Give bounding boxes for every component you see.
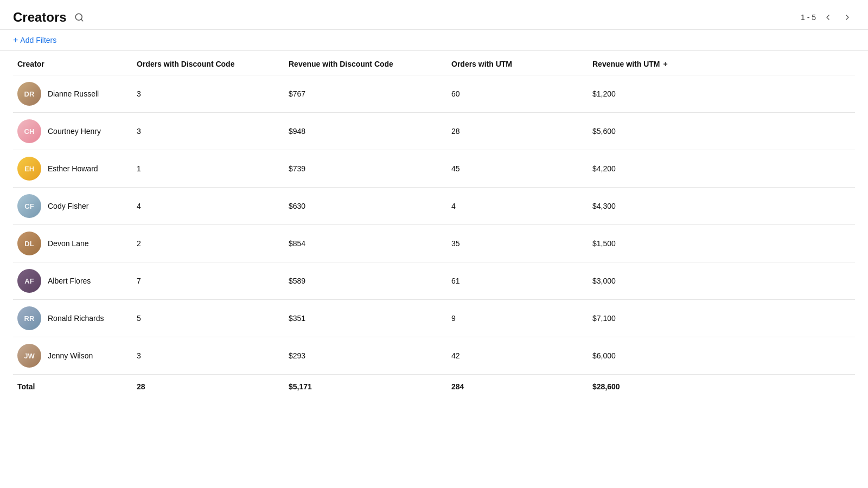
col-header-revenue-utm: Revenue with UTM + — [588, 51, 855, 75]
total-revenue-discount: $5,171 — [284, 375, 447, 399]
avatar: EH — [17, 157, 41, 181]
table-container: Creator Orders with Discount Code Revenu… — [0, 51, 868, 399]
revenue-utm-value: $1,500 — [588, 225, 855, 262]
table-row: CH Courtney Henry 3 $948 28 $5,600 — [13, 113, 855, 150]
table-row: JW Jenny Wilson 3 $293 42 $6,000 — [13, 337, 855, 375]
revenue-discount-value: $767 — [284, 75, 447, 113]
table-row: RR Ronald Richards 5 $351 9 $7,100 — [13, 300, 855, 337]
orders-utm-value: 9 — [447, 300, 588, 337]
creator-cell: DR Dianne Russell — [13, 75, 132, 113]
filters-bar: + Add Filters — [0, 30, 868, 51]
revenue-utm-value: $3,000 — [588, 262, 855, 300]
revenue-discount-value: $293 — [284, 337, 447, 375]
creator-cell: JW Jenny Wilson — [13, 337, 132, 375]
col-header-orders-utm: Orders with UTM — [447, 51, 588, 75]
table-row: AF Albert Flores 7 $589 61 $3,000 — [13, 262, 855, 300]
orders-discount-value: 4 — [132, 188, 284, 225]
revenue-utm-value: $7,100 — [588, 300, 855, 337]
page-header: Creators 1 - 5 — [0, 0, 868, 30]
search-icon — [74, 12, 84, 22]
creators-table: Creator Orders with Discount Code Revenu… — [13, 51, 855, 399]
add-filters-button[interactable]: + Add Filters — [13, 35, 56, 45]
creator-cell: CH Courtney Henry — [13, 113, 132, 150]
page-title: Creators — [13, 10, 67, 25]
creator-name: Albert Flores — [48, 277, 91, 285]
avatar-initials: EH — [24, 165, 34, 173]
table-header: Creator Orders with Discount Code Revenu… — [13, 51, 855, 75]
creator-name: Esther Howard — [48, 164, 98, 173]
avatar-initials: RR — [24, 314, 35, 323]
table-row: DL Devon Lane 2 $854 35 $1,500 — [13, 225, 855, 262]
table-body: DR Dianne Russell 3 $767 60 $1,200 CH Co… — [13, 75, 855, 375]
orders-discount-value: 3 — [132, 75, 284, 113]
revenue-discount-value: $948 — [284, 113, 447, 150]
avatar: AF — [17, 269, 41, 293]
table-footer: Total 28 $5,171 284 $28,600 — [13, 375, 855, 399]
revenue-utm-value: $5,600 — [588, 113, 855, 150]
revenue-utm-value: $4,300 — [588, 188, 855, 225]
avatar: DL — [17, 232, 41, 255]
creator-cell: RR Ronald Richards — [13, 300, 132, 337]
orders-utm-value: 61 — [447, 262, 588, 300]
orders-utm-value: 45 — [447, 150, 588, 188]
avatar-initials: JW — [24, 352, 35, 360]
col-header-revenue-discount: Revenue with Discount Code — [284, 51, 447, 75]
avatar: JW — [17, 344, 41, 368]
table-row: CF Cody Fisher 4 $630 4 $4,300 — [13, 188, 855, 225]
revenue-discount-value: $351 — [284, 300, 447, 337]
orders-discount-value: 7 — [132, 262, 284, 300]
creator-cell: DL Devon Lane — [13, 225, 132, 262]
orders-utm-value: 4 — [447, 188, 588, 225]
pagination-next-button[interactable] — [840, 11, 855, 24]
orders-discount-value: 3 — [132, 337, 284, 375]
total-revenue-utm: $28,600 — [588, 375, 855, 399]
creator-name: Dianne Russell — [48, 89, 99, 98]
creator-name: Ronald Richards — [48, 314, 104, 323]
creator-name: Cody Fisher — [48, 202, 88, 210]
revenue-discount-value: $739 — [284, 150, 447, 188]
avatar-initials: DL — [24, 240, 34, 248]
orders-utm-value: 42 — [447, 337, 588, 375]
pagination-prev-button[interactable] — [820, 11, 835, 24]
col-header-orders-discount: Orders with Discount Code — [132, 51, 284, 75]
table-row: EH Esther Howard 1 $739 45 $4,200 — [13, 150, 855, 188]
avatar-initials: DR — [24, 90, 35, 98]
header-left: Creators — [13, 10, 86, 25]
col-header-creator: Creator — [13, 51, 132, 75]
revenue-discount-value: $630 — [284, 188, 447, 225]
revenue-discount-value: $589 — [284, 262, 447, 300]
orders-discount-value: 1 — [132, 150, 284, 188]
creator-cell: EH Esther Howard — [13, 150, 132, 188]
add-filters-plus-icon: + — [13, 35, 18, 45]
revenue-utm-value: $1,200 — [588, 75, 855, 113]
svg-line-1 — [81, 19, 82, 21]
avatar: DR — [17, 82, 41, 106]
chevron-right-icon — [843, 13, 852, 22]
orders-utm-value: 28 — [447, 113, 588, 150]
table-row: DR Dianne Russell 3 $767 60 $1,200 — [13, 75, 855, 113]
avatar-initials: AF — [24, 277, 34, 285]
orders-discount-value: 3 — [132, 113, 284, 150]
avatar-initials: CF — [24, 202, 34, 210]
revenue-utm-value: $4,200 — [588, 150, 855, 188]
add-column-icon[interactable]: + — [663, 60, 667, 68]
orders-utm-value: 35 — [447, 225, 588, 262]
creator-cell: CF Cody Fisher — [13, 188, 132, 225]
pagination-range: 1 - 5 — [801, 13, 816, 22]
creator-name: Courtney Henry — [48, 127, 101, 136]
avatar: CF — [17, 194, 41, 218]
revenue-utm-value: $6,000 — [588, 337, 855, 375]
avatar: RR — [17, 306, 41, 330]
avatar-initials: CH — [24, 127, 35, 136]
orders-discount-value: 2 — [132, 225, 284, 262]
creator-name: Jenny Wilson — [48, 351, 93, 360]
creator-cell: AF Albert Flores — [13, 262, 132, 300]
total-orders-utm: 284 — [447, 375, 588, 399]
total-orders-discount: 28 — [132, 375, 284, 399]
orders-utm-value: 60 — [447, 75, 588, 113]
revenue-discount-value: $854 — [284, 225, 447, 262]
chevron-left-icon — [824, 13, 832, 22]
total-label: Total — [13, 375, 132, 399]
pagination: 1 - 5 — [801, 11, 855, 24]
search-button[interactable] — [72, 10, 86, 24]
